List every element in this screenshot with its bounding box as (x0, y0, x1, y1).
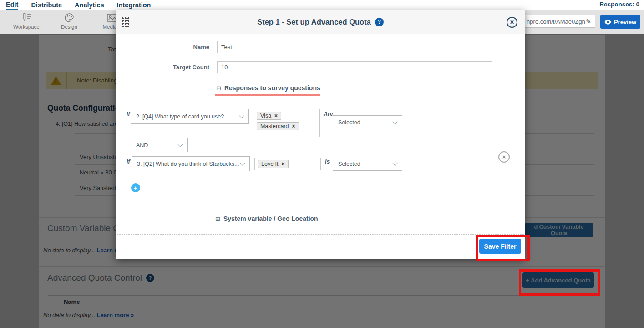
chip-label: Visa (260, 113, 271, 119)
chevron-down-icon (177, 142, 183, 147)
system-variable-section-label: System variable / Geo Location (223, 215, 318, 222)
survey-url-field[interactable]: npro.com/t/AMae0Zgn ✎ (522, 15, 595, 28)
toolbar-item-design[interactable]: Design (47, 12, 91, 30)
footer-dashed-divider (117, 234, 524, 235)
add-condition-icon[interactable]: + (131, 183, 140, 192)
chip-love-it: Love It × (258, 160, 289, 168)
chip-remove-icon[interactable]: × (282, 161, 285, 167)
target-count-field-label: Target Count (116, 64, 209, 71)
condition1-operator-value: Selected (338, 119, 360, 126)
toolbar-item-workspace[interactable]: Workspace (5, 12, 48, 30)
condition2-operator-select[interactable]: Selected (333, 157, 402, 171)
chevron-down-icon (392, 119, 397, 124)
tab-integration[interactable]: Integration (117, 0, 151, 10)
modal-header: Step 1 - Set up Advanced Quota ? ✕ (116, 10, 525, 34)
edit-url-pencil-icon[interactable]: ✎ (586, 18, 591, 25)
tab-distribute[interactable]: Distribute (31, 0, 62, 10)
logic-operator-value: AND (136, 142, 148, 149)
chip-mastercard: Mastercard × (257, 122, 299, 130)
chevron-down-icon (392, 160, 397, 165)
remove-condition-icon[interactable]: × (498, 151, 510, 163)
condition1-question-value: 2. [Q4] What type of card you use? (136, 113, 224, 120)
condition2-question-select[interactable]: 3. [Q2] What do you think of Starbucks..… (132, 156, 250, 171)
condition2-is-label: Is (325, 159, 330, 165)
preview-button[interactable]: Preview (600, 15, 640, 29)
chevron-down-icon (240, 160, 245, 165)
condition2-if-label: If (127, 159, 130, 165)
save-filter-button[interactable]: Save Filter (479, 239, 521, 254)
toolbar-item-label: Workspace (13, 24, 39, 30)
name-field-label: Name (116, 44, 209, 51)
responses-count: Responses: 0 (599, 1, 639, 8)
drag-handle-icon[interactable] (122, 17, 129, 27)
chip-label: Love It (261, 161, 279, 167)
responses-section-label: Responses to survey questions (224, 84, 320, 92)
section-underline-highlight (215, 94, 320, 96)
condition1-are-label: Are (324, 111, 333, 117)
chip-remove-icon[interactable]: × (292, 123, 295, 129)
survey-app-page: Edit Distribute Analytics Integration Re… (0, 0, 644, 328)
help-icon[interactable]: ? (375, 18, 384, 26)
eye-icon (604, 20, 611, 25)
workspace-icon (5, 12, 48, 24)
condition1-if-label: If (127, 111, 130, 117)
toolbar-item-label: Design (61, 24, 77, 30)
modal-title: Step 1 - Set up Advanced Quota (257, 18, 371, 26)
advanced-quota-modal: Step 1 - Set up Advanced Quota ? ✕ Name … (116, 10, 525, 259)
condition1-answers-box[interactable]: Visa × Mastercard × (254, 109, 320, 137)
condition2-question-value: 3. [Q2] What do you think of Starbucks..… (137, 161, 239, 167)
top-navigation: Edit Distribute Analytics Integration Re… (0, 0, 644, 10)
name-input[interactable] (217, 41, 492, 53)
chip-label: Mastercard (260, 123, 289, 129)
close-icon[interactable]: ✕ (507, 17, 517, 28)
condition1-operator-select[interactable]: Selected (333, 115, 402, 129)
preview-label: Preview (614, 19, 636, 26)
responses-section-toggle[interactable]: ⊟ Responses to survey questions (216, 84, 320, 92)
logic-operator-select[interactable]: AND (131, 138, 188, 152)
survey-url-text: npro.com/t/AMae0Zgn (527, 18, 585, 25)
chevron-down-icon (239, 113, 244, 118)
nav-tabs: Edit Distribute Analytics Integration (6, 0, 151, 10)
modal-title-row: Step 1 - Set up Advanced Quota ? (116, 10, 525, 34)
expand-plus-icon: ⊞ (215, 215, 220, 222)
design-palette-icon (47, 12, 91, 24)
system-variable-section-toggle[interactable]: ⊞ System variable / Geo Location (215, 215, 318, 222)
target-count-input[interactable] (217, 61, 492, 73)
condition1-question-select[interactable]: 2. [Q4] What type of card you use? (131, 109, 249, 124)
collapse-minus-icon: ⊟ (216, 85, 221, 92)
chip-remove-icon[interactable]: × (274, 113, 278, 118)
tab-analytics[interactable]: Analytics (75, 0, 104, 10)
chip-visa: Visa × (257, 112, 281, 120)
condition2-operator-value: Selected (338, 161, 360, 167)
condition2-answers-box[interactable]: Love It × (254, 158, 321, 170)
tab-edit[interactable]: Edit (6, 0, 18, 10)
